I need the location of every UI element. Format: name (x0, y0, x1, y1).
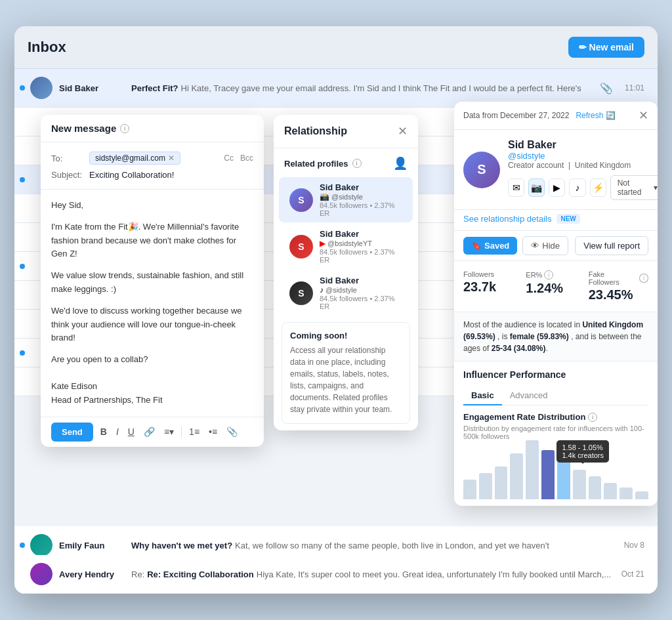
avatar: S (289, 188, 313, 212)
time: 11:01 (625, 83, 644, 93)
er-dist-info-icon[interactable]: i (588, 413, 597, 422)
close-relationship-button[interactable]: ✕ (398, 124, 408, 138)
remove-email-icon[interactable]: ✕ (168, 154, 175, 163)
avatar: S (289, 235, 313, 258)
profile-name: Sid Baker (320, 276, 402, 285)
compose-toolbar: Send B I U 🔗 ≡▾ 1≡ •≡ 📎 (41, 417, 264, 447)
sender-name: Sid Baker (59, 83, 131, 93)
instagram-social-icon[interactable]: 📷 (528, 178, 545, 197)
subject: Why haven't we met yet? (131, 541, 232, 550)
email-social-icon[interactable]: ✉ (508, 178, 524, 197)
preview: Hi Kate, Tracey gave me your email addre… (181, 83, 595, 93)
not-started-badge[interactable]: Not started ▾ (610, 175, 658, 200)
audience-gender: female (59.83%) (510, 332, 569, 341)
related-profiles-info-icon[interactable]: i (352, 159, 362, 168)
compose-fields: To: sidstyle@gmail.com ✕ Cc Bcc (41, 142, 264, 190)
profile-info: Sid Baker ▶ @bsidstyleYT 84.5k followers… (320, 229, 402, 264)
subject-field-row: Subject: (51, 167, 253, 182)
profile-info: Sid Baker ♪ @sidstyle 84.5k followers • … (320, 276, 402, 310)
profile-item-tiktok[interactable]: S Sid Baker ♪ @sidstyle 84.5k followers … (279, 270, 413, 316)
new-badge: NEW (556, 214, 579, 224)
send-button[interactable]: Send (51, 423, 93, 442)
attach-icon[interactable]: 📎 (224, 425, 240, 438)
eye-icon: 👁 (531, 241, 539, 251)
profile-stats: 84.5k followers • 2.37% ER (320, 295, 402, 310)
tiktok-social-icon[interactable]: ♪ (569, 178, 585, 197)
tab-basic[interactable]: Basic (463, 386, 502, 405)
saved-button[interactable]: 🔖 Saved (463, 237, 517, 255)
view-full-report-button[interactable]: View full report (575, 236, 648, 255)
er-value: 1.24% (526, 281, 585, 296)
tab-advanced[interactable]: Advanced (502, 386, 556, 405)
time: Oct 21 (621, 569, 644, 579)
compose-body[interactable]: Hey Sid, I'm Kate from the Fit🎉. We're M… (41, 190, 264, 417)
underline-icon[interactable]: U (126, 425, 136, 438)
chart-bar (573, 470, 586, 499)
email-tag[interactable]: sidstyle@gmail.com ✕ (89, 152, 180, 165)
align-icon[interactable]: ≡▾ (162, 425, 176, 438)
followers-stat: Followers 23.7k (463, 270, 523, 302)
chart-bar (589, 476, 602, 499)
ordered-list-icon[interactable]: 1≡ (187, 425, 201, 438)
profile-stats: 84.5k followers • 2.37% ER (320, 248, 402, 264)
profile-card-info: Sid Baker @sidstyle Creator account | Un… (508, 139, 658, 200)
youtube-social-icon[interactable]: ▶ (549, 178, 565, 197)
er-info-icon[interactable]: i (544, 270, 553, 279)
to-label: To: (51, 154, 84, 163)
bookmark-icon: 🔖 (471, 241, 482, 251)
italic-icon[interactable]: I (114, 425, 121, 438)
bold-icon[interactable]: B (98, 425, 109, 438)
profile-info: Sid Baker 📸 @sidstyle 84.5k followers • … (320, 182, 402, 217)
web-social-icon[interactable]: ⚡ (590, 178, 606, 197)
inbox-header: Inbox ✏ New email (14, 26, 658, 69)
er-stat: ER% i 1.24% (526, 270, 585, 302)
social-icons: ✉ 📷 ▶ ♪ ⚡ Not started ▾ (508, 175, 658, 200)
relationship-header: Relationship ✕ (274, 115, 418, 148)
chart-bar (635, 491, 648, 499)
chart-bar (495, 466, 508, 499)
followers-label: Followers (463, 270, 523, 278)
see-relationship-link[interactable]: See relationship details NEW (454, 210, 658, 231)
audience-age: 25-34 (34.08%) (492, 344, 546, 353)
coming-soon-text: Access all your relationship data in one… (290, 344, 402, 415)
profile-name: Sid Baker (320, 229, 402, 239)
fake-followers-info-icon[interactable]: i (639, 274, 648, 283)
inbox-item-avery[interactable]: Avery Hendry Re: Re: Exciting Collaborat… (14, 555, 658, 594)
close-detail-button[interactable]: ✕ (639, 108, 648, 123)
chart-bar (620, 487, 633, 499)
youtube-icon: ▶ (320, 239, 326, 248)
info-icon[interactable]: i (120, 124, 129, 133)
chart-tooltip: 1.58 - 1.05% 1.4k creators (556, 440, 609, 463)
new-email-button[interactable]: ✏ New email (568, 37, 644, 58)
avatar (30, 563, 52, 585)
cc-bcc-label[interactable]: Cc Bcc (224, 154, 253, 163)
coming-soon-section: Coming soon! Access all your relationshi… (282, 322, 410, 424)
er-dist-title: Engagement Rate Distribution i (463, 412, 648, 422)
body-sig2: Head of Partnerships, The Fit (51, 394, 253, 407)
body-intro: I'm Kate from the Fit🎉. We're Millennial… (51, 220, 253, 261)
followers-value: 23.7k (463, 279, 523, 295)
time: Nov 8 (624, 541, 644, 550)
profile-meta: Creator account | United Kingdom (508, 161, 658, 170)
chart-bar (479, 473, 492, 499)
avatar (30, 77, 52, 99)
add-profile-icon[interactable]: 👤 (393, 156, 408, 171)
profile-name: Sid Baker (508, 139, 658, 151)
profile-handle[interactable]: @sidstyle (508, 151, 658, 161)
profile-item-instagram[interactable]: S Sid Baker 📸 @sidstyle 84.5k followers … (279, 177, 413, 222)
chart-bar (541, 450, 555, 499)
link-icon[interactable]: 🔗 (142, 425, 157, 438)
app-window: Inbox ✏ New email Sid Baker Perfect Fit?… (14, 26, 658, 594)
subject-input[interactable] (89, 170, 253, 180)
related-profiles-label: Related profiles i 👤 (274, 148, 418, 176)
audience-info: Most of the audience is located in Unite… (454, 312, 658, 362)
profile-item-youtube[interactable]: S Sid Baker ▶ @bsidstyleYT 84.5k followe… (279, 224, 413, 269)
chart-bar (510, 453, 523, 499)
hide-button[interactable]: 👁 Hide (522, 236, 568, 255)
unordered-list-icon[interactable]: •≡ (207, 425, 219, 438)
profile-name: Sid Baker (320, 182, 402, 192)
compose-header: New message i (41, 115, 264, 142)
chart-bar (604, 483, 617, 499)
refresh-button[interactable]: Refresh (576, 111, 603, 120)
performance-tabs: Basic Advanced (463, 386, 648, 405)
